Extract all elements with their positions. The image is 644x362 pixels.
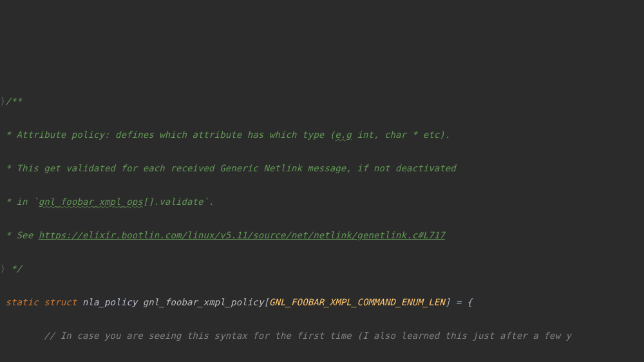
doc-comment-open: /**	[6, 96, 23, 106]
doc-link[interactable]: https://elixir.bootlin.com/linux/v5.11/s…	[39, 230, 445, 240]
code-editor[interactable]: )/** * Attribute policy: defines which a…	[0, 76, 644, 362]
gutter-fragment: )	[0, 263, 6, 274]
doc-comment-line: * This get validated for each received G…	[0, 163, 456, 173]
gutter-fragment: )	[0, 96, 6, 106]
doc-comment-close: */	[6, 263, 23, 274]
declaration-line: static struct nla_policy gnl_foobar_xmpl…	[0, 294, 644, 310]
keyword-static: static	[6, 297, 39, 307]
doc-comment-line: * in `gnl_foobar_xmpl_ops[].validate`.	[0, 196, 214, 207]
doc-comment-line: * See https://elixir.bootlin.com/linux/v…	[0, 230, 445, 240]
line-comment: // In case you are seeing this syntax fo…	[44, 330, 571, 341]
keyword-struct: struct	[44, 297, 77, 307]
type-name: nla_policy	[82, 297, 137, 307]
array-size-macro: GNL_FOOBAR_XMPL_COMMAND_ENUM_LEN	[269, 297, 445, 307]
doc-comment-line: * Attribute policy: defines which attrib…	[0, 129, 450, 140]
variable-name: gnl_foobar_xmpl_policy	[143, 297, 264, 307]
